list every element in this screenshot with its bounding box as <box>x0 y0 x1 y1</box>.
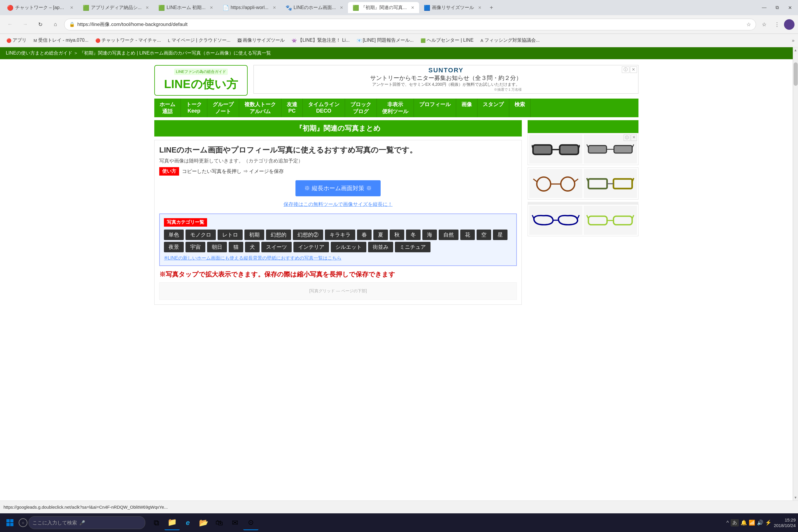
cat-btn-10[interactable]: 冬 <box>406 230 421 240</box>
bookmarks-more-button[interactable]: » <box>792 38 795 43</box>
battery-icon[interactable]: ⚡ <box>765 519 772 526</box>
cat-btn-11[interactable]: 海 <box>422 230 437 240</box>
reload-button[interactable]: ↻ <box>34 18 47 31</box>
network-icon[interactable]: 📶 <box>749 519 755 526</box>
cat-btn-16[interactable]: 夜景 <box>164 242 184 252</box>
tab-2[interactable]: 🟩 LINEホーム 初期... ✕ <box>154 2 217 13</box>
scroll-thumb[interactable] <box>794 62 798 86</box>
bookmark-1[interactable]: M 受信トレイ - miya.070... <box>31 36 91 45</box>
minimize-button[interactable]: — <box>758 2 770 14</box>
cat-btn-3[interactable]: 初期 <box>244 230 264 240</box>
side-ad-1-close[interactable]: ✕ <box>631 134 637 141</box>
ime-icon[interactable]: あ <box>730 519 739 527</box>
nav-block[interactable]: ブロックブログ <box>345 99 377 117</box>
taskbar-search[interactable]: ここに入力して検索 🎤 <box>28 516 145 529</box>
notification-icon[interactable]: 🔔 <box>741 519 747 526</box>
cat-btn-25[interactable]: ミニチュア <box>395 242 431 252</box>
tab-5[interactable]: 🟩 『初期』関連の写真... ✕ <box>348 2 419 13</box>
cat-btn-1[interactable]: モノクロ <box>186 230 216 240</box>
cat-btn-24[interactable]: 街並み <box>368 242 393 252</box>
cat-btn-6[interactable]: キラキラ <box>325 230 355 240</box>
side-ad-1-info[interactable]: ⓘ <box>624 134 630 141</box>
bookmark-7[interactable]: 🟩 ヘルプセンター | LINE <box>418 36 477 45</box>
cat-btn-9[interactable]: 秋 <box>390 230 404 240</box>
bookmark-6[interactable]: 📧 [LINE] 問題報告メール... <box>354 36 417 45</box>
tab-6[interactable]: 🟦 画像リサイズツール ✕ <box>419 2 486 13</box>
tab-4[interactable]: 🐾 LINEのホーム画面... ✕ <box>281 2 348 13</box>
cat-btn-18[interactable]: 朝日 <box>207 242 227 252</box>
ad-close-icon[interactable]: ✕ <box>630 66 637 73</box>
cat-btn-15[interactable]: 星 <box>493 230 508 240</box>
tab-1-close[interactable]: ✕ <box>146 5 149 10</box>
nav-profile[interactable]: プロフィール <box>414 99 456 117</box>
cta-link[interactable]: 保存後はこの無料ツールで画像サイズを縦長に！ <box>159 201 517 208</box>
back-button[interactable]: ← <box>3 18 16 31</box>
cat-more-link[interactable]: ※LINEの新しいホーム画面にも使える縦長背景の壁紙におすすめの写真一覧はこちら <box>164 255 512 261</box>
bookmark-star-icon[interactable]: ☆ <box>746 21 751 28</box>
tab-2-close[interactable]: ✕ <box>210 5 213 10</box>
tab-5-close[interactable]: ✕ <box>411 5 415 10</box>
taskbar-taskview[interactable]: ⧉ <box>149 515 164 530</box>
taskbar-app-explorer[interactable]: 📁 <box>165 515 180 530</box>
nav-talk[interactable]: トークKeep <box>181 99 207 117</box>
cat-btn-0[interactable]: 単色 <box>164 230 184 240</box>
bookmark-3[interactable]: L マイページ | クラウドソー... <box>165 36 233 45</box>
cat-btn-8[interactable]: 夏 <box>373 230 388 240</box>
bookmark-0[interactable]: 🔴 アプリ <box>3 36 30 45</box>
taskbar-app-mail[interactable]: ✉ <box>228 515 243 530</box>
cat-btn-2[interactable]: レトロ <box>217 230 243 240</box>
profile-avatar[interactable] <box>784 19 795 30</box>
bookmark-2[interactable]: 🔴 チャットワーク - マイチャ... <box>93 36 164 45</box>
nav-group[interactable]: グループノート <box>207 99 239 117</box>
bookmark-4[interactable]: 🖼 画像リサイズツール <box>234 36 288 45</box>
nav-timeline[interactable]: タイムラインDECO <box>303 99 345 117</box>
nav-home[interactable]: ホーム通話 <box>154 99 181 117</box>
url-bar[interactable]: 🔒 https://line画像.com/tool/home-backgroun… <box>64 19 756 30</box>
cortana-button[interactable]: ○ <box>19 518 27 527</box>
tab-4-close[interactable]: ✕ <box>340 5 343 10</box>
tab-0-close[interactable]: ✕ <box>70 5 74 10</box>
taskbar-app-chrome[interactable]: ⊙ <box>243 515 259 530</box>
nav-hide[interactable]: 非表示便利ツール <box>377 99 414 117</box>
scroll-track[interactable] <box>793 53 798 495</box>
cat-btn-21[interactable]: スイーツ <box>261 242 292 252</box>
main-scroll-area[interactable]: LINEの使い方まとめ総合ガイド ＞ 『初期』関連の写真まとめ | LINEホー… <box>0 47 793 500</box>
taskbar-app-edge[interactable]: e <box>180 515 195 530</box>
tab-3[interactable]: 📄 https://appli-worl... ✕ <box>218 2 281 13</box>
close-button[interactable]: ✕ <box>784 2 796 14</box>
taskbar-app-files[interactable]: 📂 <box>196 515 211 530</box>
cat-btn-19[interactable]: 猫 <box>229 242 243 252</box>
cat-btn-23[interactable]: シルエット <box>331 242 366 252</box>
scroll-up-arrow[interactable]: ▲ <box>793 47 798 53</box>
tab-0[interactable]: 🔴 チャットワーク – [app... ✕ <box>2 2 78 13</box>
home-button[interactable]: ⌂ <box>49 18 62 31</box>
nav-friend[interactable]: 友達PC <box>282 99 303 117</box>
scrollbar[interactable]: ▲ ▼ <box>793 47 798 500</box>
volume-icon[interactable]: 🔊 <box>757 519 763 526</box>
tab-1[interactable]: 🟩 アプリメディア納品シ... ✕ <box>78 2 154 13</box>
nav-stamp[interactable]: スタンプ <box>477 99 509 117</box>
clock[interactable]: 15:29 2018/10/24 <box>774 517 796 529</box>
tab-6-close[interactable]: ✕ <box>478 5 481 10</box>
start-button[interactable] <box>2 515 18 530</box>
cat-btn-20[interactable]: 犬 <box>245 242 260 252</box>
bookmark-5[interactable]: 👾 【LINE】緊急注意！ Li... <box>289 36 353 45</box>
nav-search[interactable]: 検索 <box>509 99 531 117</box>
extensions-button[interactable]: ☆ <box>758 19 770 30</box>
cat-btn-7[interactable]: 春 <box>357 230 372 240</box>
tray-expand-icon[interactable]: ^ <box>726 520 728 526</box>
new-tab-button[interactable]: + <box>486 2 497 13</box>
cat-btn-22[interactable]: インテリア <box>293 242 329 252</box>
bookmark-8[interactable]: A フィッシング対策協議会... <box>478 36 543 45</box>
ad-info-icon[interactable]: ⓘ <box>622 66 629 73</box>
settings-button[interactable]: ⋮ <box>771 19 783 30</box>
restore-button[interactable]: ⧉ <box>771 2 783 14</box>
nav-image[interactable]: 画像 <box>456 99 477 117</box>
cat-btn-13[interactable]: 花 <box>460 230 475 240</box>
taskbar-app-store[interactable]: 🛍 <box>212 515 227 530</box>
cat-btn-17[interactable]: 宇宙 <box>186 242 205 252</box>
cta-button[interactable]: ※ 縦長ホーム画面対策 ※ <box>296 180 380 196</box>
cat-btn-5[interactable]: 幻想的② <box>293 230 323 240</box>
nav-multi-talk[interactable]: 複数人トークアルバム <box>239 99 282 117</box>
cat-btn-4[interactable]: 幻想的 <box>266 230 291 240</box>
